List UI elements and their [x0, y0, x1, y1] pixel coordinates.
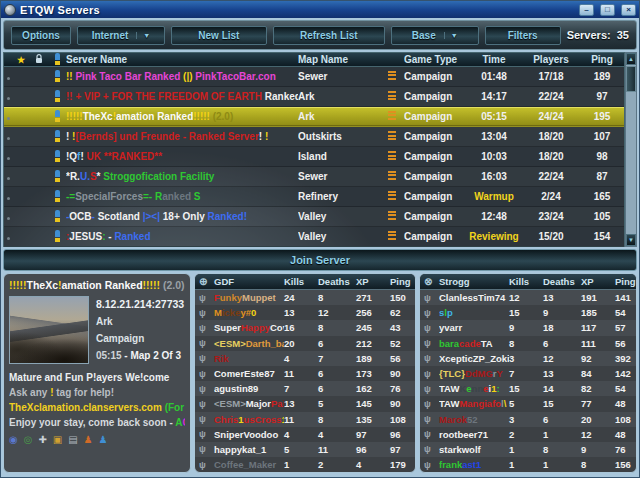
column-kills[interactable]: Kills	[509, 276, 543, 287]
filters-button[interactable]: Filters	[485, 26, 561, 45]
game-type: Campaign	[404, 211, 466, 222]
text-part: TheXclamation.clanservers.com	[9, 402, 165, 413]
server-row[interactable]: !Qf! UK **RANKED**IslandCampaign10:0318/…	[4, 147, 624, 167]
player-row[interactable]: ψ<ESM>MajorPai13514590	[195, 396, 415, 411]
player-row[interactable]: ψMickey#0131225662	[195, 305, 415, 320]
player-row[interactable]: ψbaracadeTA8611156	[420, 336, 636, 351]
join-server-button[interactable]: Join Server	[3, 249, 637, 271]
row-marker-icon	[7, 117, 10, 120]
player-row[interactable]: ψXcepticZP_Zoki31292392	[420, 351, 636, 366]
player-kills: 4	[284, 353, 318, 364]
server-row[interactable]: !! + VIP + FOR THE FREEDOM OF EARTH Rank…	[4, 87, 624, 107]
server-list-region: ★ Server Name Map Name Game Type Time Pl…	[3, 52, 637, 247]
close-icon[interactable]: ×	[621, 4, 636, 16]
player-ping: 392	[615, 353, 632, 364]
player-row[interactable]: ψrootbeer71211248	[420, 427, 636, 442]
player-row[interactable]: ψComerEste8711617390	[195, 366, 415, 381]
player-row[interactable]: ψ<ESM>Darth_ba20621252	[195, 336, 415, 351]
player-row[interactable]: ψClanlessTim741213191141	[420, 290, 636, 305]
column-deaths[interactable]: Deaths	[543, 276, 581, 287]
options-button[interactable]: Options	[11, 26, 71, 45]
game-type-icon	[388, 71, 396, 81]
player-row[interactable]: ψSuperHappyCov16824543	[195, 320, 415, 335]
column-time[interactable]: Time	[466, 54, 522, 65]
player-row[interactable]: ψfrankast1118156	[420, 457, 636, 472]
player-row[interactable]: ψTAWMangiafol\5157748	[420, 396, 636, 411]
scroll-up-icon[interactable]: ▲	[626, 53, 636, 65]
text-part: Stroggofication Facility	[103, 171, 214, 182]
player-kills: 3	[509, 353, 543, 364]
player-kills: 24	[284, 292, 318, 303]
player-row[interactable]: ψMarok523620108	[420, 412, 636, 427]
server-row[interactable]: -OCB- Scotland |><| 18+ Only Ranked!Vall…	[4, 207, 624, 227]
title-bar[interactable]: ETQW Servers – □ ×	[1, 1, 639, 18]
player-rank-icon: ψ	[199, 399, 214, 409]
scroll-down-icon[interactable]: ▼	[626, 234, 636, 246]
text-part: agustin89	[214, 383, 258, 394]
player-name: baracadeTA	[439, 338, 509, 349]
column-game-type[interactable]: Game Type	[404, 54, 466, 65]
player-row[interactable]: ψCoffee_Maker124179	[195, 457, 415, 472]
column-ping[interactable]: Ping	[580, 54, 624, 65]
server-feature-icons: ◉◎✚▣▤♟♟	[9, 434, 185, 446]
source-dropdown[interactable]: Internet ▼	[77, 26, 165, 45]
player-kills: 1	[509, 444, 543, 455]
player-row[interactable]: ψ{TLC}DdMGrY71384142	[420, 366, 636, 381]
server-row[interactable]: :JESUS: - RankedValleyCampaignReviewing1…	[4, 227, 624, 247]
new-list-button[interactable]: New List	[171, 26, 267, 45]
server-row[interactable]: -=SpecialForces=- Ranked SRefineryCampai…	[4, 187, 624, 207]
minimize-icon[interactable]: –	[579, 4, 594, 16]
game-type: Campaign	[404, 191, 466, 202]
player-row[interactable]: ψChris1usCross1118135108	[195, 412, 415, 427]
server-row[interactable]: !! Pink Taco Bar Ranked (|) PinkTacoBar.…	[4, 67, 624, 87]
player-row[interactable]: ψhappykat_15119697	[195, 442, 415, 457]
column-ping[interactable]: Ping	[390, 276, 411, 287]
player-row[interactable]: ψyvarr91811757	[420, 320, 636, 335]
column-map-name[interactable]: Map Name	[298, 54, 388, 65]
column-ping[interactable]: Ping	[615, 276, 636, 287]
favorite-column-icon[interactable]: ★	[12, 55, 30, 65]
column-server-name[interactable]: Server Name	[66, 54, 298, 65]
scrollbar[interactable]: ▲ ▼	[625, 52, 637, 247]
text-part: TheXc	[26, 279, 58, 291]
player-row[interactable]: ψSniperVoodoo449796	[195, 427, 415, 442]
server-row[interactable]: ! ![Bernds] und Freunde - Ranked Server!…	[4, 127, 624, 147]
text-part: C	[182, 417, 185, 428]
lock-icon[interactable]	[35, 54, 43, 66]
text-part: !!!!!	[66, 111, 83, 122]
player-deaths: 11	[318, 444, 356, 455]
player-rank-icon: ψ	[199, 414, 214, 424]
text-part: Y	[497, 368, 503, 379]
text-part: !!!!!	[193, 111, 210, 122]
player-row[interactable]: ψslp15918554	[420, 305, 636, 320]
server-row[interactable]: *R.U.S* Stroggofication FacilitySewerCam…	[4, 167, 624, 187]
player-kills: 8	[509, 338, 543, 349]
player-row[interactable]: ψagustin897616276	[195, 381, 415, 396]
scrollbar-thumb[interactable]	[626, 66, 636, 92]
row-marker-icon	[7, 97, 10, 100]
player-row[interactable]: ψRik4718956	[195, 351, 415, 366]
column-xp[interactable]: XP	[356, 276, 390, 287]
player-row[interactable]: ψstarkwolf18976	[420, 442, 636, 457]
scrollbar-track[interactable]	[626, 65, 636, 234]
time: 16:03	[466, 171, 522, 182]
player-kills: 11	[284, 414, 318, 425]
column-players[interactable]: Players	[522, 54, 580, 65]
text-part: ComerEste87	[214, 368, 275, 379]
maximize-icon[interactable]: □	[600, 4, 615, 16]
player-row[interactable]: ψFunkyMuppet248271150	[195, 290, 415, 305]
players-column-icon[interactable]	[54, 53, 61, 67]
text-part: TheXc	[83, 111, 113, 122]
player-ping: 48	[615, 398, 632, 409]
player-deaths: 15	[543, 398, 581, 409]
player-name: happykat_1	[214, 444, 284, 455]
base-dropdown[interactable]: Base ▼	[391, 26, 479, 45]
column-kills[interactable]: Kills	[284, 276, 318, 287]
column-deaths[interactable]: Deaths	[318, 276, 356, 287]
player-xp: 173	[356, 368, 390, 379]
player-row[interactable]: ψTAWKennei1:15148254	[420, 381, 636, 396]
server-row[interactable]: !!!!!TheXc!amation Ranked!!!!! (2.0)ArkC…	[4, 107, 624, 127]
column-xp[interactable]: XP	[581, 276, 615, 287]
refresh-list-button[interactable]: Refresh List	[273, 26, 385, 45]
text-part: Marok	[439, 414, 467, 425]
